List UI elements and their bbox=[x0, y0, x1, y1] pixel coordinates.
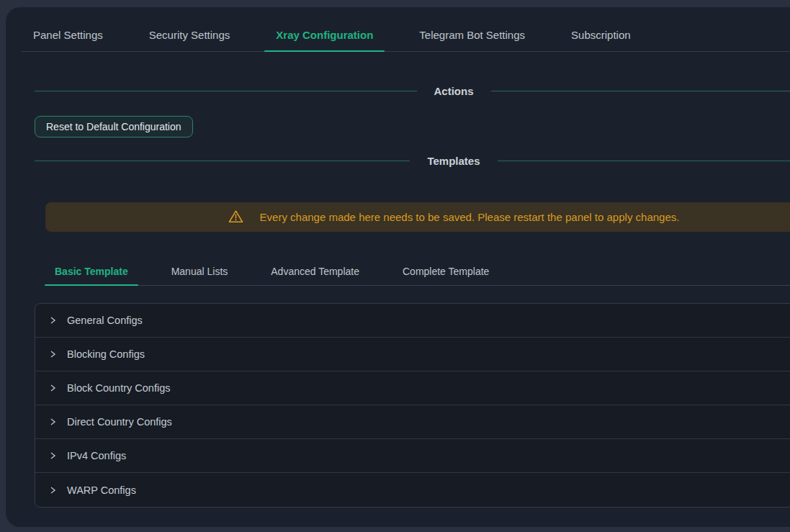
collapse-label: IPv4 Configs bbox=[67, 450, 126, 461]
tab-xray-configuration[interactable]: Xray Configuration bbox=[264, 19, 385, 51]
actions-button-row: Reset to Default Configuration bbox=[35, 116, 790, 137]
chevron-right-icon bbox=[48, 451, 57, 460]
tab-subscription[interactable]: Subscription bbox=[560, 19, 642, 51]
chevron-right-icon bbox=[48, 316, 57, 325]
collapse-label: WARP Configs bbox=[67, 484, 136, 496]
templates-section-title: Templates bbox=[410, 153, 497, 168]
collapse-label: General Configs bbox=[67, 315, 143, 326]
collapse-direct-country-configs[interactable]: Direct Country Configs bbox=[35, 405, 790, 439]
collapse-blocking-configs[interactable]: Blocking Configs bbox=[35, 338, 790, 371]
collapse-general-configs[interactable]: General Configs bbox=[35, 304, 790, 338]
settings-card: Panel Settings Security Settings Xray Co… bbox=[6, 7, 790, 527]
reset-default-config-button[interactable]: Reset to Default Configuration bbox=[35, 116, 193, 137]
collapse-ipv4-configs[interactable]: IPv4 Configs bbox=[35, 439, 790, 473]
templates-divider: Templates bbox=[35, 153, 790, 168]
tab-complete-template[interactable]: Complete Template bbox=[392, 257, 499, 285]
template-tab-bar: Basic Template Manual Lists Advanced Tem… bbox=[45, 257, 790, 286]
settings-tab-bar: Panel Settings Security Settings Xray Co… bbox=[22, 19, 790, 52]
collapse-block-country-configs[interactable]: Block Country Configs bbox=[35, 371, 790, 405]
chevron-right-icon bbox=[48, 486, 57, 495]
chevron-right-icon bbox=[48, 418, 57, 426]
tab-telegram-bot-settings[interactable]: Telegram Bot Settings bbox=[408, 19, 537, 51]
divider-line bbox=[35, 91, 417, 91]
divider-line bbox=[491, 91, 790, 91]
actions-section-title: Actions bbox=[417, 84, 491, 99]
tab-panel-settings[interactable]: Panel Settings bbox=[22, 19, 115, 51]
tab-basic-template[interactable]: Basic Template bbox=[45, 257, 138, 285]
collapse-label: Direct Country Configs bbox=[67, 416, 172, 428]
divider-line bbox=[35, 161, 410, 161]
collapse-label: Blocking Configs bbox=[67, 348, 145, 360]
tab-manual-lists[interactable]: Manual Lists bbox=[161, 257, 238, 285]
collapse-label: Block Country Configs bbox=[67, 382, 170, 394]
chevron-right-icon bbox=[48, 384, 57, 392]
tab-advanced-template[interactable]: Advanced Template bbox=[261, 257, 369, 285]
actions-divider: Actions bbox=[35, 84, 790, 99]
collapse-warp-configs[interactable]: WARP Configs bbox=[35, 473, 790, 507]
restart-warning-alert: Every change made here needs to be saved… bbox=[45, 202, 790, 232]
warning-text: Every change made here needs to be saved… bbox=[260, 211, 680, 223]
config-collapse-list: General Configs Blocking Configs Block C… bbox=[35, 303, 790, 508]
chevron-right-icon bbox=[48, 350, 57, 359]
warning-icon bbox=[228, 209, 243, 225]
tab-security-settings[interactable]: Security Settings bbox=[138, 19, 242, 51]
divider-line bbox=[498, 161, 790, 161]
